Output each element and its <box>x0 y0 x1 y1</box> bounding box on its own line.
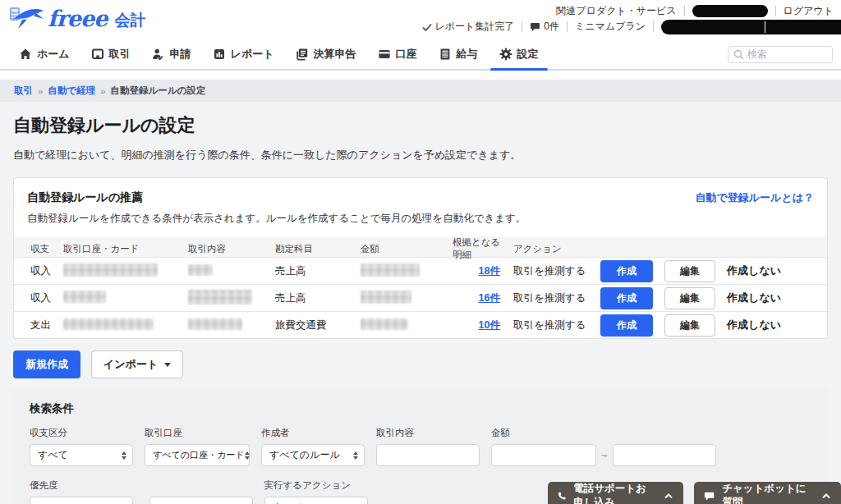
checkmark-icon <box>422 23 432 31</box>
import-button[interactable]: インポート <box>91 351 183 378</box>
edit-rule-button[interactable]: 編集 <box>664 287 715 309</box>
breadcrumb: 取引 » 自動で経理 » 自動登録ルールの設定 <box>0 80 841 102</box>
skip-rule-button[interactable]: 作成しない <box>727 263 781 278</box>
amount-min-input[interactable] <box>491 444 596 466</box>
bank-card-icon <box>378 48 391 61</box>
auto-rule-help-link[interactable]: 自動で登録ルールとは？ <box>695 190 814 205</box>
brand-product: 会計 <box>114 5 145 31</box>
priority-max-input[interactable] <box>149 497 253 504</box>
filter-title: 検索条件 <box>30 401 811 416</box>
card-description: 自動登録ルールを作成できる条件が表示されます。ルールを作成することで毎月の処理を… <box>14 208 827 236</box>
nav-item-settings[interactable]: 設定 <box>489 39 549 69</box>
chevron-down-icon <box>164 363 171 367</box>
nav-item-accounts[interactable]: 口座 <box>367 39 428 69</box>
top-header: freee 会計 関連プロダクト・サービス ログアウト レポート集計完了 0件 <box>0 0 841 39</box>
table-row: 支出 旅費交通費 10件 取引を推測する 作成 編集 作成しない <box>14 311 827 338</box>
notification-bubble-icon <box>530 22 540 32</box>
home-icon <box>19 48 32 61</box>
amount-max-input[interactable] <box>613 444 716 466</box>
gear-icon <box>499 48 512 61</box>
edit-rule-button[interactable]: 編集 <box>664 314 715 337</box>
redacted-text <box>361 318 408 330</box>
table-header-row: 収支 取引口座・カード 取引内容 勘定科目 金額 根拠となる明細 アクション <box>14 236 827 257</box>
table-row: 収入 売上高 16件 取引を推測する 作成 編集 作成しない <box>14 284 827 311</box>
breadcrumb-auto-accounting[interactable]: 自動で経理 <box>48 85 95 97</box>
person-check-icon <box>152 48 165 61</box>
create-rule-button[interactable]: 作成 <box>600 260 653 282</box>
edit-rule-button[interactable]: 編集 <box>664 260 715 282</box>
redacted-text <box>361 263 420 277</box>
create-rule-button[interactable]: 作成 <box>600 287 653 309</box>
redacted-account-name <box>685 5 775 17</box>
account-select[interactable]: すべての口座・カード <box>145 444 250 466</box>
page-description: 自動で経理において、明細の推測を行う際の条件、条件に一致した際のアクションを予め… <box>13 148 828 163</box>
redacted-text <box>63 291 106 303</box>
table-row: 収入 売上高 18件 取引を推測する 作成 編集 作成しない <box>14 257 827 284</box>
related-products-link[interactable]: 関連プロダクト・サービス <box>549 4 683 18</box>
redacted-text <box>188 290 252 305</box>
global-search[interactable] <box>728 46 833 63</box>
creator-select[interactable]: すべてのルール <box>261 444 365 466</box>
bar-chart-icon <box>213 48 226 61</box>
priority-min-input[interactable] <box>30 497 133 504</box>
select-arrows-icon <box>245 451 250 460</box>
redacted-text <box>188 318 242 330</box>
freee-logo[interactable]: freee 会計 <box>10 5 145 31</box>
recommendation-table: 収支 取引口座・カード 取引内容 勘定科目 金額 根拠となる明細 アクション 収… <box>14 236 827 338</box>
brand-name: freee <box>48 7 107 30</box>
breadcrumb-current: 自動登録ルールの設定 <box>111 85 206 97</box>
recommendation-card: 自動登録ルールの推薦 自動で登録ルールとは？ 自動登録ルールを作成できる条件が表… <box>13 177 828 339</box>
select-arrows-icon <box>353 451 358 460</box>
select-arrows-icon <box>122 451 126 460</box>
nav-item-reports[interactable]: レポート <box>202 39 285 69</box>
detail-count-link[interactable]: 18件 <box>479 265 500 277</box>
redacted-text <box>63 318 154 330</box>
description-input[interactable] <box>376 444 480 466</box>
redacted-text <box>188 264 213 276</box>
page-title: 自動登録ルールの設定 <box>13 113 828 138</box>
nav-item-payroll[interactable]: 給与 <box>428 39 489 69</box>
skip-rule-button[interactable]: 作成しない <box>727 291 781 305</box>
chevron-up-icon <box>664 493 673 499</box>
main-navigation: ホーム 取引 申請 レポート 決算申告 口座 給与 <box>0 39 841 71</box>
main-content: 自動登録ルールの設定 自動で経理において、明細の推測を行う際の条件、条件に一致し… <box>0 113 841 504</box>
monitor-icon <box>91 48 104 61</box>
header-utility: 関連プロダクト・サービス ログアウト レポート集計完了 0件 ミニマムプラン <box>415 3 841 34</box>
detail-count-link[interactable]: 10件 <box>479 319 500 331</box>
redacted-text <box>361 291 411 304</box>
list-document-icon <box>439 48 452 61</box>
search-icon <box>733 49 744 60</box>
plan-label[interactable]: ミニマムプラン <box>568 20 653 34</box>
redacted-text <box>63 263 158 277</box>
notification-count[interactable]: 0件 <box>522 20 567 34</box>
new-rule-button[interactable]: 新規作成 <box>13 351 80 378</box>
balance-type-select[interactable]: すべて <box>30 444 133 466</box>
chevron-up-icon <box>821 493 831 499</box>
action-select[interactable]: すべて <box>264 497 368 504</box>
search-input[interactable] <box>747 48 821 60</box>
nav-item-home[interactable]: ホーム <box>8 39 80 69</box>
report-status[interactable]: レポート集計完了 <box>415 20 522 34</box>
skip-rule-button[interactable]: 作成しない <box>727 318 781 332</box>
nav-item-tax-filing[interactable]: 決算申告 <box>285 39 367 69</box>
redacted-company-name <box>654 20 841 34</box>
phone-support-button[interactable]: 電話サポートお申し込み <box>548 482 683 504</box>
freee-swallow-icon <box>10 6 44 30</box>
create-rule-button[interactable]: 作成 <box>600 314 653 337</box>
nav-spacer <box>0 71 841 80</box>
documents-icon <box>296 48 309 61</box>
detail-count-link[interactable]: 16件 <box>479 292 500 304</box>
card-title: 自動登録ルールの推薦 <box>27 190 143 205</box>
actions-row: 新規作成 インポート <box>13 351 828 378</box>
nav-item-requests[interactable]: 申請 <box>141 39 202 69</box>
chat-icon <box>704 491 715 502</box>
logout-link[interactable]: ログアウト <box>776 4 841 18</box>
nav-item-transactions[interactable]: 取引 <box>80 39 141 69</box>
phone-icon <box>558 490 566 502</box>
breadcrumb-transactions[interactable]: 取引 <box>14 85 33 97</box>
chatbot-button[interactable]: チャットボットに質問 <box>694 482 841 504</box>
